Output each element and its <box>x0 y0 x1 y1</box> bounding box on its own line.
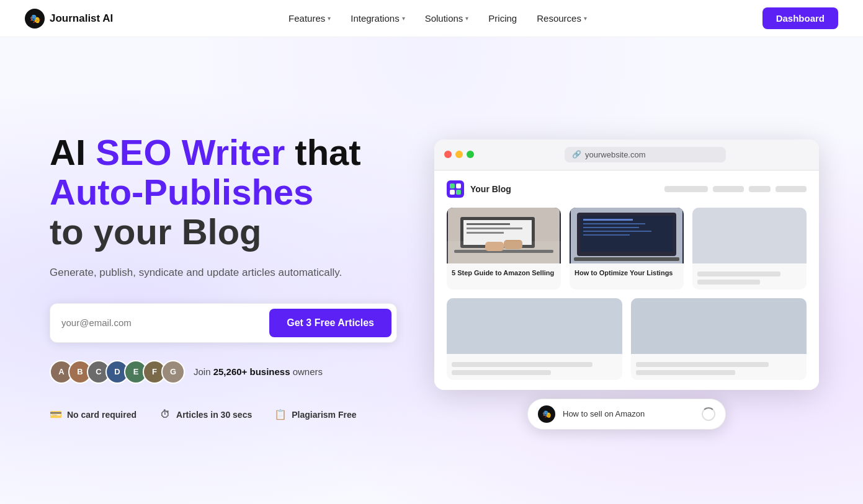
article-image-placeholder <box>692 208 807 263</box>
traffic-lights <box>444 151 474 158</box>
article-card-3 <box>692 208 807 290</box>
social-text: Join 25,260+ business owners <box>194 366 323 377</box>
article-grid: 5 Step Guide to Amazon Selling <box>447 208 807 290</box>
svg-rect-8 <box>504 240 522 249</box>
hero-headline: AI SEO Writer that Auto-Publishes to you… <box>50 133 409 251</box>
blog-header: Your Blog <box>447 180 807 198</box>
hero-left: AI SEO Writer that Auto-Publishes to you… <box>50 133 409 421</box>
article-image-2 <box>570 208 684 263</box>
svg-rect-6 <box>454 250 553 253</box>
badge-articles-time: ⏱ Articles in 30 secs <box>159 409 252 421</box>
browser-bar: 🔗 yourwebsite.com <box>434 139 819 170</box>
hero-right: 🔗 yourwebsite.com <box>434 139 819 415</box>
chat-query: How to sell on Amazon <box>563 409 694 418</box>
badge-no-card: 💳 No card required <box>50 409 136 421</box>
article-card-1: 5 Step Guide to Amazon Selling <box>447 208 561 290</box>
navbar: 🎭 Journalist AI Features ▾ Integrations … <box>0 0 863 37</box>
main-content: AI SEO Writer that Auto-Publishes to you… <box>0 37 863 504</box>
hero-subtitle: Generate, publish, syndicate and update … <box>50 264 409 281</box>
svg-rect-13 <box>583 223 645 224</box>
email-input[interactable] <box>61 315 269 330</box>
cta-button[interactable]: Get 3 Free Articles <box>269 309 391 337</box>
article-image-1 <box>447 208 561 263</box>
minimize-button-dot <box>455 151 463 158</box>
article-grid-2 <box>447 298 807 380</box>
nav-features[interactable]: Features ▾ <box>281 9 338 27</box>
svg-rect-15 <box>583 231 651 232</box>
article-card-2: How to Optimize Your Listings <box>570 208 684 290</box>
logo-icon: 🎭 <box>25 9 45 29</box>
dashboard-button[interactable]: Dashboard <box>762 7 838 29</box>
svg-rect-7 <box>485 242 504 251</box>
chevron-down-icon: ▾ <box>402 15 405 22</box>
svg-rect-3 <box>467 223 510 225</box>
loading-spinner <box>702 407 715 421</box>
article-card-5 <box>631 298 807 380</box>
maximize-button-dot <box>467 151 474 158</box>
svg-rect-12 <box>583 219 633 221</box>
nav-skeleton <box>664 186 807 192</box>
chevron-down-icon: ▾ <box>465 15 468 22</box>
avatar-group: A B C D E F G <box>50 360 185 384</box>
svg-rect-14 <box>583 227 639 228</box>
timer-icon: ⏱ <box>159 409 171 421</box>
card-body-1: 5 Step Guide to Amazon Selling <box>447 263 561 283</box>
close-button-dot <box>444 151 452 158</box>
avatar: G <box>161 360 185 384</box>
article-image-placeholder-3 <box>631 298 807 354</box>
card-body-2: How to Optimize Your Listings <box>570 263 684 283</box>
card-body-3 <box>692 263 807 290</box>
chevron-down-icon: ▾ <box>328 15 331 22</box>
svg-rect-16 <box>583 234 630 236</box>
chat-bar: 🎭 How to sell on Amazon <box>527 399 726 430</box>
url-bar[interactable]: 🔗 yourwebsite.com <box>565 147 726 162</box>
blog-content: Your Blog <box>434 170 819 390</box>
browser-mockup: 🔗 yourwebsite.com <box>434 139 819 390</box>
social-proof: A B C D E F G Join 25,260+ business owne… <box>50 360 409 384</box>
blog-logo <box>447 180 464 198</box>
card-title-2: How to Optimize Your Listings <box>575 268 679 278</box>
email-form: Get 3 Free Articles <box>50 303 397 343</box>
no-card-icon: 💳 <box>50 409 62 421</box>
blog-title: Your Blog <box>470 184 511 194</box>
badge-plagiarism: 📋 Plagiarism Free <box>274 409 356 421</box>
article-card-4 <box>447 298 622 380</box>
nav-links: Features ▾ Integrations ▾ Solutions ▾ Pr… <box>281 9 594 27</box>
check-icon: 📋 <box>274 409 287 421</box>
chat-avatar: 🎭 <box>538 405 555 423</box>
svg-rect-17 <box>574 257 679 261</box>
logo[interactable]: 🎭 Journalist AI <box>25 9 113 29</box>
link-icon: 🔗 <box>572 150 581 159</box>
svg-rect-4 <box>467 228 522 229</box>
trust-badges: 💳 No card required ⏱ Articles in 30 secs… <box>50 409 409 421</box>
nav-pricing[interactable]: Pricing <box>481 9 524 27</box>
svg-rect-11 <box>580 216 673 252</box>
card-title-1: 5 Step Guide to Amazon Selling <box>452 268 556 278</box>
nav-resources[interactable]: Resources ▾ <box>529 9 594 27</box>
article-image-placeholder-2 <box>447 298 622 354</box>
logo-text: Journalist AI <box>50 12 113 25</box>
nav-solutions[interactable]: Solutions ▾ <box>418 9 476 27</box>
chevron-down-icon: ▾ <box>584 15 587 22</box>
svg-rect-5 <box>467 232 504 234</box>
nav-integrations[interactable]: Integrations ▾ <box>343 9 412 27</box>
